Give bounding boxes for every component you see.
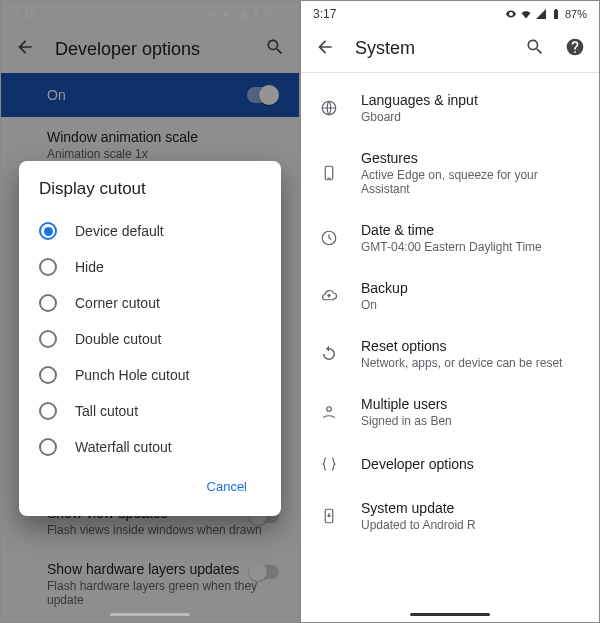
radio-option[interactable]: Device default (39, 213, 261, 249)
setting-subtitle: Network, apps, or device can be reset (361, 356, 562, 370)
setting-item-languages-input[interactable]: Languages & inputGboard (301, 79, 599, 137)
status-time: 3:17 (313, 7, 336, 21)
setting-title: System update (361, 500, 476, 516)
display-cutout-dialog: Display cutout Device defaultHideCorner … (19, 161, 281, 516)
dialog-actions: Cancel (39, 465, 261, 508)
signal-icon (535, 8, 547, 20)
search-icon[interactable] (525, 37, 545, 61)
status-icons: 87% (505, 8, 587, 20)
setting-subtitle: Signed in as Ben (361, 414, 452, 428)
svg-point-4 (327, 407, 332, 412)
radio-option[interactable]: Double cutout (39, 321, 261, 357)
setting-item-reset-options[interactable]: Reset optionsNetwork, apps, or device ca… (301, 325, 599, 383)
setting-item-backup[interactable]: BackupOn (301, 267, 599, 325)
nav-indicator (110, 613, 190, 616)
radio-label: Punch Hole cutout (75, 367, 189, 383)
setting-title: Backup (361, 280, 408, 296)
radio-unchecked-icon (39, 438, 57, 456)
radio-label: Double cutout (75, 331, 161, 347)
status-bar-right: 3:17 87% (301, 1, 599, 25)
radio-option[interactable]: Corner cutout (39, 285, 261, 321)
setting-item-gestures[interactable]: GesturesActive Edge on, squeeze for your… (301, 137, 599, 209)
radio-unchecked-icon (39, 366, 57, 384)
radio-option[interactable]: Hide (39, 249, 261, 285)
braces-icon (319, 454, 339, 474)
reset-icon (319, 344, 339, 364)
update-icon (319, 506, 339, 526)
setting-item-developer-options[interactable]: Developer options (301, 441, 599, 487)
phone-icon (319, 163, 339, 183)
radio-unchecked-icon (39, 258, 57, 276)
setting-item-system-update[interactable]: System updateUpdated to Android R (301, 487, 599, 545)
eye-icon (505, 8, 517, 20)
setting-item-date-time[interactable]: Date & timeGMT-04:00 Eastern Daylight Ti… (301, 209, 599, 267)
setting-title: Gestures (361, 150, 581, 166)
cloud-icon (319, 286, 339, 306)
appbar-right: System (301, 25, 599, 73)
phone-right: 3:17 87% System Languages & inputGboardG… (300, 0, 600, 623)
clock-icon (319, 228, 339, 248)
setting-subtitle: On (361, 298, 408, 312)
radio-label: Device default (75, 223, 164, 239)
battery-icon (550, 8, 562, 20)
radio-option[interactable]: Punch Hole cutout (39, 357, 261, 393)
setting-subtitle: GMT-04:00 Eastern Daylight Time (361, 240, 542, 254)
radio-label: Hide (75, 259, 104, 275)
dialog-title: Display cutout (39, 179, 261, 199)
radio-checked-icon (39, 222, 57, 240)
radio-unchecked-icon (39, 330, 57, 348)
setting-title: Languages & input (361, 92, 478, 108)
radio-label: Waterfall cutout (75, 439, 172, 455)
cancel-button[interactable]: Cancel (197, 471, 257, 502)
setting-title: Date & time (361, 222, 542, 238)
setting-subtitle: Gboard (361, 110, 478, 124)
radio-label: Tall cutout (75, 403, 138, 419)
back-icon[interactable] (315, 37, 335, 61)
radio-unchecked-icon (39, 402, 57, 420)
settings-list: Languages & inputGboardGesturesActive Ed… (301, 73, 599, 551)
radio-unchecked-icon (39, 294, 57, 312)
wifi-icon (520, 8, 532, 20)
setting-title: Reset options (361, 338, 562, 354)
radio-option[interactable]: Waterfall cutout (39, 429, 261, 465)
phone-left: 3:18 87% Developer options On Window ani… (0, 0, 300, 623)
nav-indicator (410, 613, 490, 616)
radio-option[interactable]: Tall cutout (39, 393, 261, 429)
setting-title: Developer options (361, 456, 474, 472)
setting-subtitle: Active Edge on, squeeze for your Assista… (361, 168, 581, 196)
battery-pct: 87% (565, 8, 587, 20)
radio-list: Device defaultHideCorner cutoutDouble cu… (39, 213, 261, 465)
help-icon[interactable] (565, 37, 585, 61)
globe-icon (319, 98, 339, 118)
page-title-right: System (355, 38, 505, 59)
setting-subtitle: Updated to Android R (361, 518, 476, 532)
user-icon (319, 402, 339, 422)
setting-title: Multiple users (361, 396, 452, 412)
radio-label: Corner cutout (75, 295, 160, 311)
setting-item-multiple-users[interactable]: Multiple usersSigned in as Ben (301, 383, 599, 441)
